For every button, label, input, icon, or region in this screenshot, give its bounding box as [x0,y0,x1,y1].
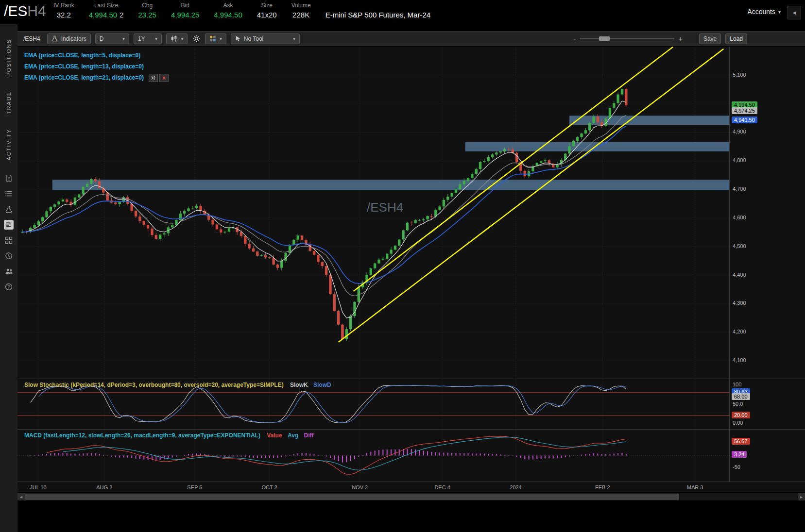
trend-channel-line [353,47,673,291]
layout-grid-icon [209,35,216,42]
macd-study-label[interactable]: MACD (fastLength=12, slowLength=26, macd… [24,432,260,439]
stat-iv-rank: IV Rank 32.2 [53,2,74,19]
price-chart-pane: /ESH4 4,1004,2004,3004,4004,5004,6004,70… [17,47,805,379]
macd-tick: -50 [733,464,740,470]
price-tick: 4,100 [733,357,746,363]
scroll-left-arrow[interactable]: ◂ [17,493,25,500]
stat-chg: Chg 23.25 [138,2,156,19]
collapse-panel-button[interactable]: ◄ [788,6,801,19]
sidebar-tab-activity[interactable]: ACTIVITY [6,129,12,161]
grid-icon[interactable] [4,235,14,245]
macd-pane: 500.00-5056.573.24 MACD (fastLength=12, … [17,430,805,482]
sidebar-tab-positions[interactable]: POSITIONS [6,39,12,77]
study-settings-gear-icon[interactable] [149,74,158,82]
scrollbar-handle[interactable] [25,494,679,500]
grid-layout-dropdown[interactable]: ▾ [205,33,226,44]
slowk-legend: SlowK [290,382,308,388]
slowk-line [31,385,626,423]
stochastic-legend: Slow Stochastic (kPeriod=14, dPeriod=3, … [24,382,331,388]
x-axis-label: 2024 [510,484,521,490]
help-icon[interactable]: ? [4,282,14,292]
stat-ask: Ask 4,994.50 [214,2,242,19]
price-badge: 4,941.50 [732,116,757,123]
stochastic-study-label[interactable]: Slow Stochastic (kPeriod=14, dPeriod=3, … [24,382,284,388]
chart-symbol-label[interactable]: /ESH4 [23,35,40,42]
chart-settings-gear-icon[interactable] [193,35,200,42]
symbol-title: /ESH4 [4,3,49,19]
x-axis-label: AUG 2 [96,484,112,490]
macd-avg-legend: Avg [288,432,298,439]
chevron-down-icon: ▾ [778,9,781,15]
price-chart-canvas[interactable]: /ESH4 [17,47,729,379]
trend-channel-line [339,49,724,342]
study-label-ema21[interactable]: EMA (price=CLOSE, length=21, displace=0) [24,72,144,83]
x-axis-label: SEP 5 [187,484,202,490]
price-axis: 4,1004,2004,3004,4004,5004,6004,7004,800… [729,47,805,379]
left-sidebar: POSITIONS TRADE ACTIVITY ? [0,24,17,532]
ema-5-line [22,101,626,318]
macd-value-legend: Value [267,432,282,439]
candlestick-icon [171,35,178,42]
chevron-down-icon: ▾ [155,36,157,41]
list-icon[interactable] [4,189,14,199]
x-axis-label: FEB 2 [595,484,610,490]
zoom-in-button[interactable]: + [678,34,683,43]
sidebar-tab-trade[interactable]: TRADE [6,91,12,114]
zoom-slider[interactable] [580,38,674,39]
price-tick: 4,300 [733,300,746,306]
price-tick: 4,200 [733,329,746,334]
scroll-right-arrow[interactable]: ▸ [798,493,805,500]
zoom-slider-handle[interactable] [599,36,610,41]
accounts-dropdown[interactable]: Accounts ▾ [747,8,781,16]
chart-workspace: /ESH4 Indicators D▾ 1Y▾ ▾ ▾ No Tool ▾ - [17,24,805,532]
people-icon[interactable] [4,266,14,276]
stoch-tick: 50.0 [733,401,743,407]
document-icon[interactable] [4,173,14,183]
price-tick: 4,800 [733,157,746,163]
last-price: 4,994.50 [89,11,117,19]
stat-volume: Volume 228K [291,2,311,19]
stoch-badge: 20.00 [732,412,750,418]
clock-icon[interactable] [4,251,14,261]
study-labels: EMA (price=CLOSE, length=5, displace=0) … [24,50,169,83]
price-tick: 4,400 [733,272,746,278]
charts-icon[interactable] [4,220,14,230]
chart-scrollbar[interactable]: ◂ ▸ [17,493,805,500]
chart-panes: /ESH4 4,1004,2004,3004,4004,5004,6004,70… [17,47,805,492]
stochastic-axis: 10050.00.0080.6368.0020.00 [729,379,805,429]
load-button[interactable]: Load [725,33,747,44]
time-axis: JUL 10AUG 2SEP 5OCT 2NOV 2DEC 42024FEB 2… [17,482,805,492]
save-button[interactable]: Save [699,33,721,44]
macd-axis: 500.00-5056.573.24 [729,430,805,482]
flask-icon[interactable] [4,204,14,214]
stoch-badge: 68.00 [732,393,750,400]
study-label-ema5[interactable]: EMA (price=CLOSE, length=5, displace=0) [24,50,140,61]
quote-header: /ESH4 IV Rank 32.2 Last Size 4,994.502 C… [0,0,805,24]
slowd-line [38,385,626,423]
support-resistance-zone [52,180,729,190]
stat-size: Size 41x20 [257,2,277,19]
stochastic-pane: 10050.00.0080.6368.0020.00 Slow Stochast… [17,379,805,429]
price-tick: 4,700 [733,186,746,192]
chart-toolbar: /ESH4 Indicators D▾ 1Y▾ ▾ ▾ No Tool ▾ - [17,31,805,46]
study-label-ema13[interactable]: EMA (price=CLOSE, length=13, displace=0) [24,61,144,72]
macd-legend: MACD (fastLength=12, slowLength=26, macd… [24,432,314,439]
stat-bid: Bid 4,994.25 [171,2,199,19]
range-dropdown[interactable]: 1Y▾ [134,33,162,44]
svg-text:?: ? [8,284,10,289]
contract-description: E-mini S&P 500 Futures, Mar-24 [325,11,430,19]
drawing-tool-dropdown[interactable]: No Tool ▾ [231,33,300,44]
cursor-icon [235,35,240,42]
chevron-down-icon: ▾ [122,36,125,41]
indicators-button[interactable]: Indicators [47,33,91,44]
period-dropdown[interactable]: D▾ [95,33,129,44]
flask-icon [51,35,58,42]
zoom-out-button[interactable]: - [573,34,576,43]
price-tick: 4,900 [733,129,746,134]
stat-last-size: Last Size 4,994.502 [89,2,124,19]
study-remove-icon[interactable]: × [159,74,169,82]
chevron-left-icon: ◄ [792,10,797,16]
chart-style-dropdown[interactable]: ▾ [166,33,188,44]
x-axis-label: NOV 2 [352,484,368,490]
last-size: 2 [120,11,123,19]
